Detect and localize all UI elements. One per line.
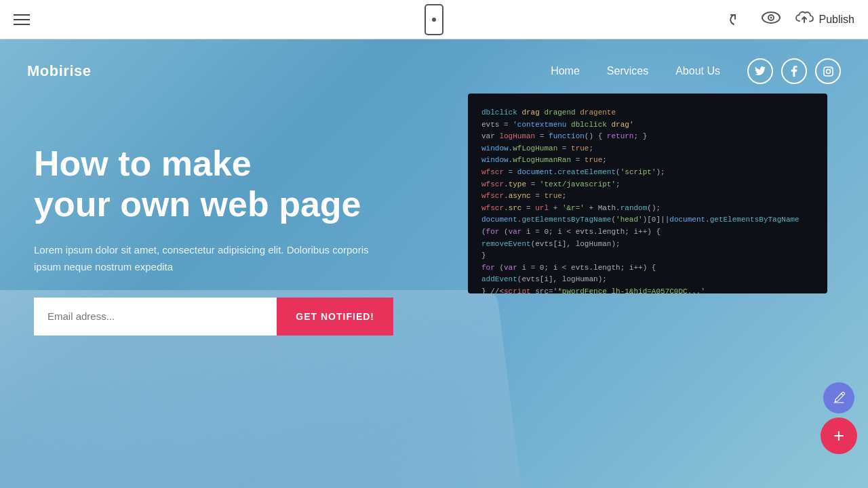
hero-title: How to make your own web page — [34, 144, 448, 225]
code-line: } //<script src='*pwordFence_lh-1&hid=A0… — [481, 286, 814, 293]
code-content: dblclick drag dragend dragente evts = 'c… — [468, 94, 827, 293]
code-line: wfscr.type = 'text/javascript'; — [481, 179, 814, 191]
publish-button[interactable]: Publish — [795, 10, 854, 28]
code-line: var logHuman = function() { return; } — [481, 131, 814, 143]
svg-point-4 — [826, 69, 830, 73]
email-input[interactable] — [34, 298, 277, 336]
instagram-button[interactable] — [815, 58, 841, 84]
publish-label: Publish — [819, 14, 854, 26]
toolbar-right: Publish — [728, 10, 854, 29]
svg-point-5 — [830, 68, 831, 70]
code-screenshot: dblclick drag dragend dragente evts = 'c… — [468, 94, 827, 293]
svg-rect-3 — [824, 67, 833, 76]
undo-icon[interactable] — [728, 12, 747, 27]
code-line: wfscr.async = true; — [481, 190, 814, 203]
phone-preview-icon[interactable] — [425, 4, 443, 35]
hamburger-menu-icon[interactable] — [14, 14, 30, 25]
nav-services[interactable]: Services — [607, 65, 648, 77]
social-icons — [747, 58, 841, 84]
notify-button[interactable]: GET NOTIFIED! — [277, 298, 393, 336]
nav-about[interactable]: About Us — [675, 65, 720, 77]
nav-links: Home Services About Us — [551, 58, 841, 84]
publish-cloud-icon — [795, 10, 814, 28]
facebook-button[interactable] — [781, 58, 807, 84]
code-line: evts = 'contextmenu dblclick drag' — [481, 119, 814, 131]
twitter-button[interactable] — [747, 58, 773, 84]
code-line: window.wfLogHumanRan = true; — [481, 155, 814, 167]
code-line: document.getElementsByTagName('head')[0]… — [481, 214, 814, 226]
hero-section: Mobirise Home Services About Us — [0, 39, 868, 488]
email-form: GET NOTIFIED! — [34, 298, 393, 336]
hero-title-line2: your own web page — [34, 184, 361, 224]
fab-add-icon: + — [833, 425, 844, 447]
code-line: addEvent(evts[i], logHuman); — [481, 274, 814, 286]
hero-content: How to make your own web page Lorem ipsu… — [0, 103, 448, 336]
toolbar-left — [14, 14, 30, 25]
fab-add-button[interactable]: + — [821, 418, 857, 454]
code-line: (for (var i = 0; i < evts.length; i++) { — [481, 226, 814, 239]
nav-home[interactable]: Home — [551, 65, 580, 77]
code-line: dblclick drag dragend dragente — [481, 107, 814, 119]
svg-point-2 — [770, 16, 772, 18]
fab-pencil-button[interactable] — [823, 382, 854, 413]
toolbar-center — [425, 4, 443, 35]
hero-subtitle: Lorem ipsum dolor sit amet, consectetur … — [34, 241, 387, 276]
code-line: wfscr.src = url + '&r=' + Math.random(); — [481, 203, 814, 215]
preview-eye-icon[interactable] — [761, 10, 781, 29]
code-line: window.wfLogHuman = true; — [481, 143, 814, 155]
toolbar: Publish — [0, 0, 868, 39]
hero-title-line1: How to make — [34, 144, 252, 183]
code-line: wfscr = document.createElement('script')… — [481, 167, 814, 179]
code-line: for (var i = 0; i < evts.length; i++) { — [481, 262, 814, 274]
brand-logo: Mobirise — [27, 62, 91, 80]
code-line: } — [481, 250, 814, 262]
code-line: removeEvent(evts[i], logHuman); — [481, 239, 814, 251]
